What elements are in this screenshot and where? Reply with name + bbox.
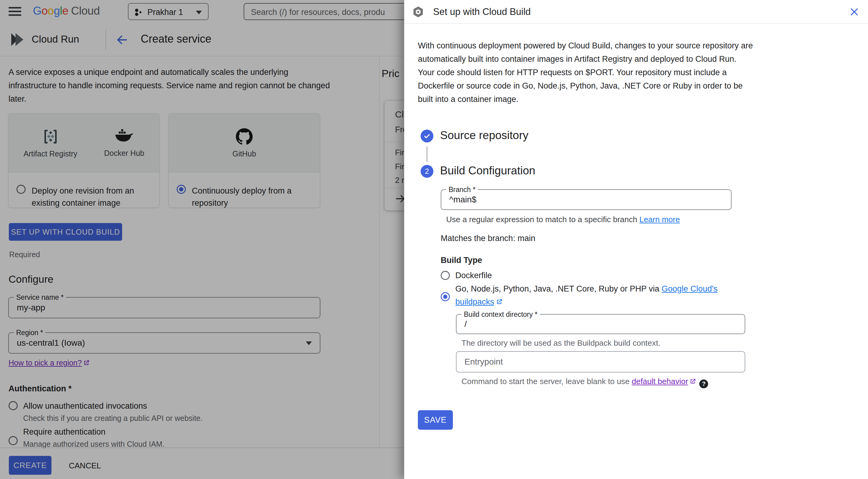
branch-helper: Use a regular expression to match to a s… <box>446 215 680 224</box>
external-link-icon <box>496 298 503 306</box>
panel-description-1: With continuous deployment powered by Cl… <box>418 41 753 64</box>
panel-description-2: Your code should listen for HTTP request… <box>418 68 743 104</box>
entrypoint-helper: Command to start the server, leave blank… <box>461 377 708 388</box>
buildpacks-label[interactable]: Go, Node.js, Python, Java, .NET Core, Ru… <box>455 282 723 309</box>
matches-branch-text: Matches the branch: main <box>441 234 535 243</box>
build-context-value: / <box>464 319 467 329</box>
close-icon[interactable] <box>849 7 860 17</box>
branch-field[interactable]: Branch * ^main$ <box>441 189 732 210</box>
branch-helper-text: Use a regular expression to match to a s… <box>446 215 639 224</box>
step-build-configuration-title[interactable]: Build Configuration <box>440 164 535 177</box>
step-2-indicator: 2 <box>421 165 433 178</box>
dockerfile-radio[interactable] <box>441 271 450 280</box>
build-context-label: Build context directory * <box>461 310 540 319</box>
step-source-repository-title[interactable]: Source repository <box>440 129 528 142</box>
entrypoint-helper-text: Command to start the server, leave blank… <box>461 377 632 386</box>
learn-more-link[interactable]: Learn more <box>639 215 680 224</box>
panel-description: With continuous deployment powered by Cl… <box>418 39 756 106</box>
help-icon[interactable] <box>699 379 708 388</box>
entrypoint-field[interactable]: Entrypoint <box>456 351 745 373</box>
buildpacks-radio[interactable] <box>441 292 450 301</box>
panel-title: Set up with Cloud Build <box>433 6 531 18</box>
external-link-icon <box>689 378 696 385</box>
step-connector <box>427 147 427 162</box>
default-behavior-link[interactable]: default behavior <box>632 377 688 386</box>
build-context-field[interactable]: Build context directory * / <box>456 314 745 334</box>
save-button[interactable]: SAVE <box>418 410 453 430</box>
cloud-build-icon <box>412 5 425 18</box>
step-2-number: 2 <box>425 167 429 176</box>
check-icon <box>423 132 431 140</box>
google-cloud-console: GoogleCloud Prakhar 1 Search (/) for res… <box>0 0 868 479</box>
build-context-helper: The directory will be used as the Buildp… <box>461 338 660 348</box>
entrypoint-placeholder: Entrypoint <box>464 357 503 367</box>
step-1-indicator <box>421 130 433 142</box>
cloud-build-panel: Set up with Cloud Build With continuous … <box>404 0 868 479</box>
buildpacks-label-text: Go, Node.js, Python, Java, .NET Core, Ru… <box>455 284 661 294</box>
branch-label: Branch * <box>446 185 478 194</box>
panel-header-divider <box>404 24 868 24</box>
build-type-heading: Build Type <box>441 255 482 265</box>
branch-value: ^main$ <box>449 195 476 205</box>
dockerfile-label[interactable]: Dockerfile <box>455 271 492 280</box>
